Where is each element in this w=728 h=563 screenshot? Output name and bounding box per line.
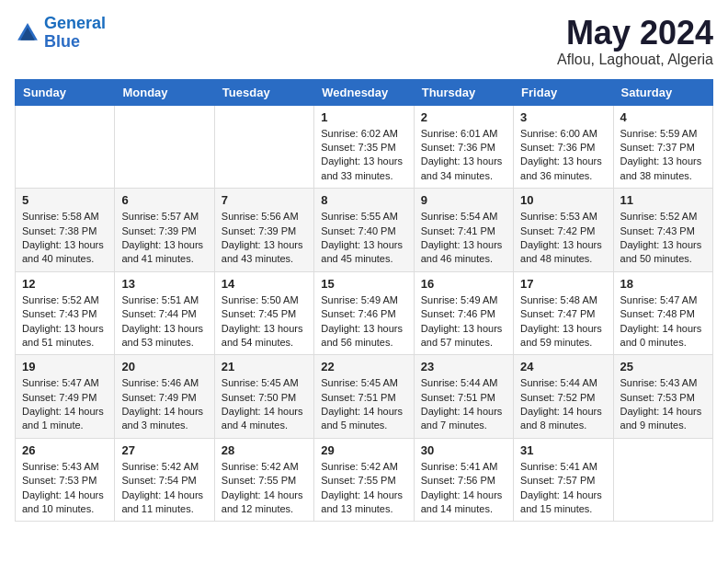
day-number: 31 — [520, 443, 606, 457]
cell-data: Sunrise: 6:02 AMSunset: 7:35 PMDaylight:… — [321, 127, 406, 184]
weekday-header: Thursday — [414, 79, 513, 105]
calendar-cell: 7Sunrise: 5:56 AMSunset: 7:39 PMDaylight… — [214, 189, 313, 272]
weekday-header: Tuesday — [214, 79, 313, 105]
calendar-cell: 20Sunrise: 5:46 AMSunset: 7:49 PMDayligh… — [115, 355, 214, 439]
day-number: 27 — [121, 443, 207, 457]
logo-icon — [15, 20, 40, 46]
calendar-cell: 13Sunrise: 5:51 AMSunset: 7:44 PMDayligh… — [115, 271, 214, 355]
calendar-week-row: 1Sunrise: 6:02 AMSunset: 7:35 PMDaylight… — [16, 105, 713, 189]
calendar-cell: 31Sunrise: 5:41 AMSunset: 7:57 PMDayligh… — [514, 438, 613, 522]
day-number: 6 — [121, 193, 207, 207]
calendar-cell: 4Sunrise: 5:59 AMSunset: 7:37 PMDaylight… — [613, 105, 712, 189]
page-header: GeneralBlue May 2024 Aflou, Laghouat, Al… — [15, 15, 713, 68]
day-number: 20 — [121, 360, 207, 373]
calendar-cell: 15Sunrise: 5:49 AMSunset: 7:46 PMDayligh… — [314, 271, 414, 355]
calendar-week-row: 26Sunrise: 5:43 AMSunset: 7:53 PMDayligh… — [16, 438, 713, 522]
day-number: 22 — [321, 360, 406, 373]
cell-data: Sunrise: 5:43 AMSunset: 7:53 PMDaylight:… — [22, 460, 108, 517]
calendar-cell: 26Sunrise: 5:43 AMSunset: 7:53 PMDayligh… — [16, 438, 115, 522]
calendar-cell — [115, 105, 214, 189]
cell-data: Sunrise: 5:54 AMSunset: 7:41 PMDaylight:… — [421, 210, 506, 267]
calendar-cell: 1Sunrise: 6:02 AMSunset: 7:35 PMDaylight… — [314, 105, 414, 189]
weekday-header: Saturday — [613, 79, 712, 105]
cell-data: Sunrise: 5:52 AMSunset: 7:43 PMDaylight:… — [620, 210, 706, 267]
calendar-cell: 3Sunrise: 6:00 AMSunset: 7:36 PMDaylight… — [514, 105, 613, 189]
day-number: 11 — [620, 193, 706, 207]
calendar-cell: 30Sunrise: 5:41 AMSunset: 7:56 PMDayligh… — [414, 438, 513, 522]
cell-data: Sunrise: 6:01 AMSunset: 7:36 PMDaylight:… — [421, 127, 506, 184]
calendar-cell: 18Sunrise: 5:47 AMSunset: 7:48 PMDayligh… — [613, 271, 712, 355]
day-number: 2 — [421, 110, 506, 124]
calendar-table: SundayMondayTuesdayWednesdayThursdayFrid… — [15, 79, 713, 523]
day-number: 9 — [421, 193, 506, 207]
cell-data: Sunrise: 5:57 AMSunset: 7:39 PMDaylight:… — [121, 210, 207, 267]
calendar-cell — [214, 105, 313, 189]
calendar-cell: 23Sunrise: 5:44 AMSunset: 7:51 PMDayligh… — [414, 355, 513, 439]
month-title: May 2024 — [557, 15, 713, 52]
calendar-cell: 14Sunrise: 5:50 AMSunset: 7:45 PMDayligh… — [214, 271, 313, 355]
day-number: 16 — [421, 277, 506, 291]
calendar-cell: 25Sunrise: 5:43 AMSunset: 7:53 PMDayligh… — [613, 355, 712, 439]
cell-data: Sunrise: 5:42 AMSunset: 7:54 PMDaylight:… — [121, 460, 207, 517]
calendar-cell: 17Sunrise: 5:48 AMSunset: 7:47 PMDayligh… — [514, 271, 613, 355]
cell-data: Sunrise: 5:47 AMSunset: 7:49 PMDaylight:… — [22, 376, 108, 433]
calendar-week-row: 5Sunrise: 5:58 AMSunset: 7:38 PMDaylight… — [16, 189, 713, 272]
weekday-header-row: SundayMondayTuesdayWednesdayThursdayFrid… — [16, 79, 713, 105]
cell-data: Sunrise: 5:48 AMSunset: 7:47 PMDaylight:… — [520, 293, 606, 350]
day-number: 23 — [421, 360, 506, 373]
cell-data: Sunrise: 5:58 AMSunset: 7:38 PMDaylight:… — [22, 210, 108, 267]
calendar-cell: 28Sunrise: 5:42 AMSunset: 7:55 PMDayligh… — [214, 438, 313, 522]
day-number: 13 — [121, 277, 207, 291]
cell-data: Sunrise: 5:49 AMSunset: 7:46 PMDaylight:… — [421, 293, 506, 350]
calendar-cell — [613, 438, 712, 522]
day-number: 25 — [620, 360, 706, 373]
day-number: 10 — [520, 193, 606, 207]
cell-data: Sunrise: 5:53 AMSunset: 7:42 PMDaylight:… — [520, 210, 606, 267]
calendar-cell: 19Sunrise: 5:47 AMSunset: 7:49 PMDayligh… — [16, 355, 115, 439]
calendar-cell: 12Sunrise: 5:52 AMSunset: 7:43 PMDayligh… — [16, 271, 115, 355]
day-number: 30 — [421, 443, 506, 457]
day-number: 18 — [620, 277, 706, 291]
cell-data: Sunrise: 5:44 AMSunset: 7:51 PMDaylight:… — [421, 376, 506, 433]
calendar-cell: 29Sunrise: 5:42 AMSunset: 7:55 PMDayligh… — [314, 438, 414, 522]
calendar-week-row: 19Sunrise: 5:47 AMSunset: 7:49 PMDayligh… — [16, 355, 713, 439]
day-number: 14 — [222, 277, 307, 291]
cell-data: Sunrise: 5:43 AMSunset: 7:53 PMDaylight:… — [620, 376, 706, 433]
calendar-cell: 6Sunrise: 5:57 AMSunset: 7:39 PMDaylight… — [115, 189, 214, 272]
cell-data: Sunrise: 5:51 AMSunset: 7:44 PMDaylight:… — [121, 293, 207, 350]
location: Aflou, Laghouat, Algeria — [557, 52, 713, 68]
calendar-cell: 11Sunrise: 5:52 AMSunset: 7:43 PMDayligh… — [613, 189, 712, 272]
cell-data: Sunrise: 5:41 AMSunset: 7:57 PMDaylight:… — [520, 460, 606, 517]
calendar-cell: 8Sunrise: 5:55 AMSunset: 7:40 PMDaylight… — [314, 189, 414, 272]
cell-data: Sunrise: 5:45 AMSunset: 7:50 PMDaylight:… — [222, 376, 307, 433]
cell-data: Sunrise: 5:44 AMSunset: 7:52 PMDaylight:… — [520, 376, 606, 433]
day-number: 26 — [22, 443, 108, 457]
day-number: 28 — [222, 443, 307, 457]
day-number: 21 — [222, 360, 307, 373]
cell-data: Sunrise: 5:41 AMSunset: 7:56 PMDaylight:… — [421, 460, 506, 517]
weekday-header: Wednesday — [314, 79, 414, 105]
calendar-cell: 10Sunrise: 5:53 AMSunset: 7:42 PMDayligh… — [514, 189, 613, 272]
calendar-cell: 9Sunrise: 5:54 AMSunset: 7:41 PMDaylight… — [414, 189, 513, 272]
calendar-cell: 21Sunrise: 5:45 AMSunset: 7:50 PMDayligh… — [214, 355, 313, 439]
cell-data: Sunrise: 5:50 AMSunset: 7:45 PMDaylight:… — [222, 293, 307, 350]
cell-data: Sunrise: 5:42 AMSunset: 7:55 PMDaylight:… — [321, 460, 406, 517]
day-number: 29 — [321, 443, 406, 457]
calendar-cell: 24Sunrise: 5:44 AMSunset: 7:52 PMDayligh… — [514, 355, 613, 439]
logo-text: GeneralBlue — [44, 15, 106, 52]
cell-data: Sunrise: 5:49 AMSunset: 7:46 PMDaylight:… — [321, 293, 406, 350]
calendar-cell: 22Sunrise: 5:45 AMSunset: 7:51 PMDayligh… — [314, 355, 414, 439]
day-number: 7 — [222, 193, 307, 207]
day-number: 5 — [22, 193, 108, 207]
calendar-cell: 2Sunrise: 6:01 AMSunset: 7:36 PMDaylight… — [414, 105, 513, 189]
day-number: 24 — [520, 360, 606, 373]
cell-data: Sunrise: 5:47 AMSunset: 7:48 PMDaylight:… — [620, 293, 706, 350]
weekday-header: Friday — [514, 79, 613, 105]
cell-data: Sunrise: 5:56 AMSunset: 7:39 PMDaylight:… — [222, 210, 307, 267]
day-number: 19 — [22, 360, 108, 373]
calendar-cell: 5Sunrise: 5:58 AMSunset: 7:38 PMDaylight… — [16, 189, 115, 272]
day-number: 1 — [321, 110, 406, 124]
day-number: 15 — [321, 277, 406, 291]
cell-data: Sunrise: 5:59 AMSunset: 7:37 PMDaylight:… — [620, 127, 706, 184]
day-number: 3 — [520, 110, 606, 124]
